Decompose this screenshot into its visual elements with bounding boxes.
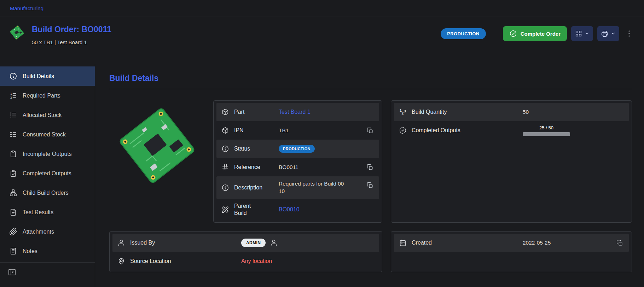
- list-check-icon: [9, 130, 17, 139]
- reference-value: BO0011: [279, 164, 361, 171]
- progress-check-icon: [399, 127, 407, 134]
- qrcode-icon: [575, 30, 582, 37]
- sidebar-item-notes[interactable]: Notes: [0, 241, 95, 261]
- parent-build-link[interactable]: BO0010: [279, 206, 374, 213]
- sidebar-item-allocated-stock[interactable]: Allocated Stock: [0, 105, 95, 125]
- tools-icon: [221, 206, 229, 213]
- sitemap-icon: [9, 189, 17, 197]
- description-value: Required parts for Build 0010: [279, 180, 347, 195]
- user-icon: [270, 239, 278, 247]
- page-subtitle: 50 x TB1 | Test Board 1: [32, 39, 111, 45]
- check-circle-icon: [509, 30, 517, 37]
- status-value-badge: PRODUCTION: [279, 145, 315, 153]
- detail-row-reference: Reference BO0011: [216, 158, 379, 176]
- list-icon: [9, 111, 17, 119]
- sidebar-item-test-results[interactable]: Test Results: [0, 203, 95, 222]
- sidebar-item-label: Required Parts: [23, 93, 60, 99]
- sidebar-item-incomplete-outputs[interactable]: Incomplete Outputs: [0, 144, 95, 164]
- sidebar-item-label: Build Details: [23, 73, 54, 80]
- sidebar-divider: [0, 262, 95, 263]
- more-actions-button[interactable]: [625, 26, 633, 41]
- hash-icon: [221, 163, 229, 171]
- pcb-thumbnail-image: [8, 24, 25, 41]
- copy-description-button[interactable]: [366, 181, 374, 189]
- package-icon: [221, 108, 229, 116]
- ipn-label: IPN: [234, 127, 274, 134]
- header-titles: Build Order: BO0011 50 x TB1 | Test Boar…: [32, 25, 111, 45]
- build-thumbnail[interactable]: [8, 24, 25, 41]
- page-title: Build Order: BO0011: [32, 25, 111, 34]
- source-location-label: Source Location: [130, 258, 236, 265]
- sidebar-item-build-details[interactable]: Build Details: [0, 66, 95, 86]
- created-card: Created 2022-05-25: [391, 231, 632, 272]
- parent-build-label: Parent Build: [234, 203, 256, 217]
- barcode-actions-button[interactable]: [571, 26, 593, 41]
- copy-ipn-button[interactable]: [366, 127, 374, 135]
- complete-order-button[interactable]: Complete Order: [503, 26, 567, 41]
- status-badge: PRODUCTION: [441, 28, 486, 39]
- copy-icon: [616, 240, 623, 246]
- complete-order-label: Complete Order: [521, 31, 561, 37]
- created-label: Created: [412, 239, 518, 246]
- status-label: Status: [234, 145, 274, 152]
- chevron-down-icon: [585, 31, 590, 36]
- sidebar-item-label: Consumed Stock: [23, 131, 66, 138]
- sidebar-item-label: Test Results: [23, 209, 53, 216]
- detail-row-status: Status PRODUCTION: [216, 140, 379, 158]
- info-circle-icon: [221, 184, 229, 192]
- build-quantity-value: 50: [523, 109, 624, 116]
- section-divider: [109, 89, 632, 89]
- sidebar-item-completed-outputs[interactable]: Completed Outputs: [0, 164, 95, 183]
- completed-outputs-progress: 25 / 50: [523, 125, 570, 136]
- copy-icon: [367, 182, 373, 189]
- notes-icon: [9, 247, 17, 255]
- sidebar-item-label: Completed Outputs: [23, 170, 71, 177]
- detail-row-parent-build: Parent Build BO0010: [216, 199, 379, 220]
- part-link[interactable]: Test Board 1: [279, 108, 374, 116]
- info-circle-icon: [221, 145, 229, 153]
- dots-vertical-icon: [625, 29, 633, 38]
- reference-label: Reference: [234, 164, 274, 171]
- sidebar-item-label: Attachments: [23, 229, 54, 235]
- package-icon: [221, 127, 229, 134]
- issued-by-badge: ADMIN: [241, 239, 266, 247]
- detail-row-description: Description Required parts for Build 001…: [216, 176, 379, 199]
- printer-icon: [601, 30, 609, 37]
- source-location-value: Any location: [241, 257, 374, 265]
- breadcrumb-manufacturing-link[interactable]: Manufacturing: [10, 5, 43, 11]
- completed-outputs-label: Completed Outputs: [412, 127, 518, 134]
- detail-row-part: Part Test Board 1: [216, 103, 379, 121]
- issued-card: Issued By ADMIN Source Location Any loca…: [109, 231, 382, 272]
- map-pin-icon: [117, 257, 125, 265]
- row-completed-outputs: Completed Outputs 25 / 50: [394, 121, 629, 140]
- collapse-sidebar-icon: [8, 268, 16, 276]
- created-value: 2022-05-25: [523, 239, 611, 247]
- pcb-image: [112, 100, 202, 191]
- sidebar-item-attachments[interactable]: Attachments: [0, 222, 95, 241]
- sidebar-item-consumed-stock[interactable]: Consumed Stock: [0, 125, 95, 144]
- clipboard-check-icon: [9, 169, 17, 177]
- breadcrumb: Manufacturing: [0, 0, 644, 17]
- part-image[interactable]: [109, 100, 205, 223]
- numbers-123-icon: [399, 108, 407, 116]
- main-content: Build Details Part Test Board 1: [95, 64, 644, 287]
- copy-icon: [367, 164, 373, 171]
- progress-text: 25 / 50: [539, 125, 553, 131]
- row-build-quantity: Build Quantity 50: [394, 103, 629, 121]
- print-actions-button[interactable]: [597, 26, 619, 41]
- section-title: Build Details: [109, 74, 632, 83]
- copy-reference-button[interactable]: [366, 163, 374, 171]
- clipboard-icon: [9, 150, 17, 158]
- list-numbers-icon: [9, 92, 17, 100]
- row-source-location: Source Location Any location: [112, 252, 379, 270]
- copy-created-button[interactable]: [616, 239, 624, 247]
- header-actions: PRODUCTION Complete Order: [441, 26, 633, 41]
- sidebar-item-label: Child Build Orders: [23, 190, 69, 196]
- copy-icon: [367, 127, 373, 134]
- row-issued-by: Issued By ADMIN: [112, 234, 379, 252]
- user-icon: [117, 239, 125, 247]
- sidebar-item-child-build-orders[interactable]: Child Build Orders: [0, 183, 95, 203]
- sidebar-item-required-parts[interactable]: Required Parts: [0, 86, 95, 105]
- sidebar-collapse-button[interactable]: [8, 266, 22, 278]
- build-quantity-label: Build Quantity: [412, 109, 518, 116]
